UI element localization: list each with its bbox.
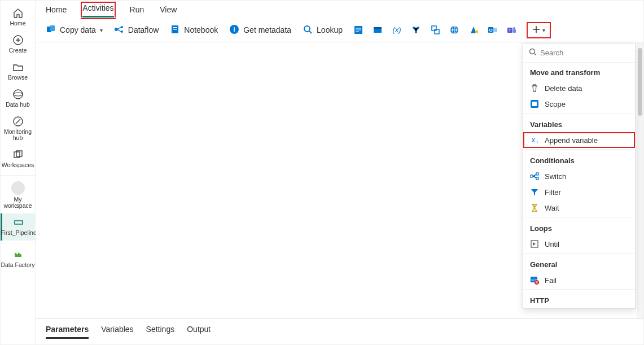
workspaces-icon — [12, 149, 24, 160]
tab-activities[interactable]: Activities — [82, 3, 113, 18]
plus-icon — [532, 25, 540, 35]
scrollbar-thumb[interactable] — [638, 48, 642, 116]
activity-fail[interactable]: </> Fail — [523, 272, 635, 288]
activity-filter[interactable]: Filter — [523, 184, 635, 200]
activities-toolbar: Copy data ▾ Dataflow Notebook i Get meta… — [36, 18, 643, 42]
section-variables: Variables — [523, 115, 635, 132]
bottom-tabs: Parameters Variables Settings Output — [36, 318, 643, 344]
section-general: General — [523, 255, 635, 272]
notebook-button[interactable]: Notebook — [165, 22, 222, 38]
switch-icon — [530, 172, 539, 181]
svg-point-7 — [14, 222, 15, 223]
nav-label: Browse — [8, 75, 28, 81]
workspace-avatar-icon — [11, 181, 25, 195]
script-icon[interactable] — [353, 24, 364, 36]
chevron-down-icon: ▾ — [542, 27, 545, 33]
data-hub-icon — [12, 89, 24, 100]
nav-label: Home — [10, 20, 25, 27]
activity-delete-data[interactable]: Delete data — [523, 80, 635, 96]
monitor-icon — [12, 116, 24, 127]
notebook-icon — [170, 24, 180, 36]
tab-home[interactable]: Home — [46, 5, 67, 18]
svg-point-13 — [121, 30, 123, 33]
search-icon — [303, 24, 313, 36]
activity-append-variable[interactable]: x+ Append variable — [523, 132, 635, 148]
row-label: Switch — [545, 172, 566, 181]
svg-text:+: + — [536, 139, 538, 145]
copy-data-icon — [46, 24, 56, 36]
variable-plus-icon: x+ — [530, 136, 539, 145]
nav-data-hub[interactable]: Data hub — [1, 85, 36, 112]
activity-wait[interactable]: Wait — [523, 200, 635, 216]
nav-label: Workspaces — [2, 162, 34, 168]
variable-icon[interactable]: (x) — [391, 24, 402, 36]
dataflow-button[interactable]: Dataflow — [109, 22, 163, 38]
row-label: Until — [545, 240, 559, 248]
nav-browse[interactable]: Browse — [1, 58, 36, 85]
nav-home[interactable]: Home — [1, 4, 36, 31]
nav-workspaces[interactable]: Workspaces — [1, 146, 36, 173]
activity-scope[interactable]: Scope — [523, 96, 635, 112]
svg-rect-44 — [531, 175, 533, 177]
svg-rect-28 — [435, 29, 439, 34]
nav-my-workspace[interactable]: My workspace — [1, 178, 36, 213]
tab-run[interactable]: Run — [130, 5, 144, 18]
lookup-button[interactable]: Lookup — [298, 22, 347, 38]
search-icon — [529, 48, 537, 58]
svg-rect-10 — [50, 25, 55, 31]
web-icon[interactable] — [449, 24, 460, 36]
svg-rect-31 — [475, 30, 478, 33]
svg-point-12 — [121, 26, 123, 28]
activity-until[interactable]: Until — [523, 236, 635, 252]
tab-view[interactable]: View — [160, 5, 177, 18]
nav-label: Data hub — [6, 102, 30, 108]
nav-label: Monitoring hub — [1, 129, 36, 141]
spark-job-icon[interactable] — [372, 24, 383, 36]
ml-icon[interactable] — [410, 24, 422, 36]
nav-create[interactable]: Create — [1, 31, 36, 58]
info-icon: i — [229, 24, 239, 36]
svg-text:x: x — [531, 136, 536, 144]
panel-search[interactable] — [523, 43, 635, 63]
bottom-tab-settings[interactable]: Settings — [146, 325, 175, 339]
section-move-transform: Move and transform — [523, 63, 635, 80]
svg-text:O: O — [489, 28, 492, 33]
svg-point-1 — [14, 90, 23, 99]
divider — [1, 175, 35, 176]
svg-text:T: T — [509, 28, 511, 33]
activity-switch[interactable]: Switch — [523, 168, 635, 184]
teams-icon[interactable]: T — [506, 24, 518, 36]
svg-rect-34 — [493, 28, 497, 32]
svg-point-37 — [513, 27, 515, 29]
left-nav: Home Create Browse Data hub Monitoring h… — [1, 1, 36, 344]
svg-rect-6 — [15, 221, 23, 224]
svg-rect-46 — [536, 177, 538, 180]
nav-monitoring-hub[interactable]: Monitoring hub — [1, 112, 36, 146]
button-label: Copy data — [60, 25, 96, 34]
add-activity-button[interactable]: ▾ — [527, 22, 551, 38]
get-metadata-button[interactable]: i Get metadata — [225, 22, 296, 38]
filter-icon — [530, 187, 539, 196]
section-conditionals: Conditionals — [523, 151, 635, 168]
home-icon — [12, 7, 24, 19]
outlook-icon[interactable]: O — [487, 24, 498, 36]
bottom-tab-output[interactable]: Output — [187, 325, 211, 339]
svg-point-8 — [22, 222, 23, 223]
svg-point-39 — [530, 49, 535, 54]
bottom-tab-variables[interactable]: Variables — [101, 325, 133, 339]
scrollbar-track[interactable] — [637, 42, 643, 318]
copy-data-button[interactable]: Copy data ▾ — [41, 22, 107, 38]
row-label: Scope — [545, 100, 566, 108]
azure-icon[interactable] — [468, 24, 479, 36]
row-label: Append variable — [545, 136, 598, 145]
fail-icon: </> — [530, 276, 539, 285]
svg-rect-16 — [173, 29, 177, 30]
nav-product[interactable]: Data Factory — [1, 246, 36, 273]
bottom-tab-parameters[interactable]: Parameters — [46, 325, 89, 339]
nav-pipeline[interactable]: First_Pipeline — [1, 213, 36, 241]
svg-text:i: i — [234, 26, 235, 33]
chevron-down-icon: ▾ — [100, 27, 103, 33]
panel-search-input[interactable] — [540, 49, 635, 57]
svg-text:(x): (x) — [392, 25, 401, 34]
procedure-icon[interactable] — [430, 24, 441, 36]
